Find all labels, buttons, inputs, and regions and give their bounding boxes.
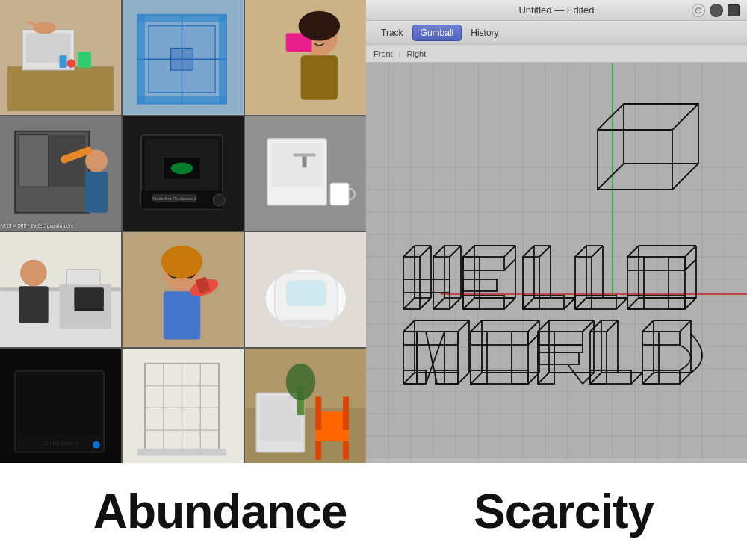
viewport-front-label: Front: [374, 49, 393, 58]
svg-point-50: [20, 260, 47, 287]
app-toolbar: Track Gumball History: [366, 21, 747, 45]
track-button[interactable]: Track: [374, 25, 411, 40]
svg-rect-51: [19, 286, 49, 323]
titlebar-controls: ⊙: [692, 4, 740, 17]
history-button[interactable]: History: [463, 25, 506, 40]
svg-rect-28: [19, 134, 49, 186]
bottom-section: Abundance Scarcity: [0, 463, 747, 560]
svg-rect-69: [286, 280, 326, 306]
app-titlebar: Untitled — Edited ⊙: [366, 0, 747, 21]
svg-rect-70: [282, 320, 330, 327]
stop-button[interactable]: [728, 4, 740, 16]
right-panel: Untitled — Edited ⊙ Track Gumball Histor…: [366, 0, 747, 463]
grid-cell-4-3: [245, 349, 366, 464]
svg-rect-14: [171, 48, 193, 70]
grid-cell-1-2: [123, 0, 244, 115]
viewport-bar: Front | Right: [366, 45, 747, 63]
svg-rect-88: [315, 441, 321, 459]
app-title: Untitled — Edited: [518, 4, 594, 16]
back-button[interactable]: ⊙: [692, 4, 705, 17]
svg-rect-18: [137, 96, 226, 104]
svg-rect-93: [260, 396, 300, 441]
top-section: 813 × 589 · thetechpanda.com: [0, 0, 747, 463]
svg-point-62: [161, 246, 202, 279]
svg-rect-90: [315, 396, 321, 430]
image-grid: 813 × 589 · thetechpanda.com: [0, 0, 366, 463]
main-container: 813 × 589 · thetechpanda.com: [0, 0, 747, 560]
gumball-button[interactable]: Gumball: [412, 25, 462, 41]
svg-point-74: [93, 441, 100, 448]
svg-rect-43: [271, 142, 323, 186]
grid-cell-1-3: [245, 0, 366, 115]
svg-rect-73: [19, 374, 100, 433]
grid-cell-2-3: [245, 116, 366, 231]
left-panel: 813 × 589 · thetechpanda.com: [0, 0, 366, 463]
svg-point-7: [34, 22, 56, 34]
svg-rect-96: [366, 63, 747, 458]
viewport-separator: |: [399, 49, 401, 58]
svg-text:Cubify Cube 3: Cubify Cube 3: [45, 440, 78, 446]
svg-rect-16: [137, 15, 145, 104]
svg-rect-84: [137, 448, 226, 455]
grid-cell-4-2: [123, 349, 244, 464]
grid-cell-1-1: [0, 0, 121, 115]
svg-rect-1: [7, 66, 114, 111]
svg-rect-46: [303, 156, 307, 167]
svg-point-36: [171, 162, 193, 174]
grid-cell-2-1: 813 × 589 · thetechpanda.com: [0, 116, 121, 231]
svg-rect-17: [219, 15, 226, 104]
svg-rect-45: [294, 153, 316, 156]
svg-rect-63: [164, 291, 201, 339]
svg-rect-5: [66, 59, 75, 68]
abundance-label: Abundance: [93, 484, 347, 539]
grid-cell-4-1: Cubify Cube 3: [0, 349, 121, 464]
svg-rect-44: [330, 183, 349, 205]
svg-rect-55: [74, 308, 104, 311]
viewport-right-label: Right: [407, 49, 427, 58]
svg-rect-4: [78, 52, 91, 68]
svg-rect-6: [60, 55, 67, 68]
grid-cell-3-3: [245, 232, 366, 347]
svg-rect-22: [301, 55, 338, 99]
svg-point-24: [299, 11, 340, 41]
svg-point-95: [286, 363, 316, 400]
grid-cell-2-2: MakerBot Replicator 2: [123, 116, 244, 231]
svg-rect-54: [74, 287, 104, 308]
svg-rect-15: [137, 15, 226, 22]
svg-rect-53: [66, 270, 100, 286]
grid-cell-3-1: [0, 232, 121, 347]
svg-rect-89: [343, 441, 349, 459]
svg-rect-30: [85, 172, 108, 212]
scarcity-label: Scarcity: [474, 484, 654, 539]
svg-point-38: [213, 193, 225, 205]
record-button[interactable]: [710, 4, 723, 17]
viewport-3d[interactable]: [366, 63, 747, 463]
svg-rect-76: [123, 349, 243, 464]
svg-rect-91: [343, 396, 349, 430]
grid-cell-3-2: [123, 232, 244, 347]
cell-caption: 813 × 589 · thetechpanda.com: [3, 223, 74, 228]
svg-text:MakerBot Replicator 2: MakerBot Replicator 2: [152, 196, 196, 200]
